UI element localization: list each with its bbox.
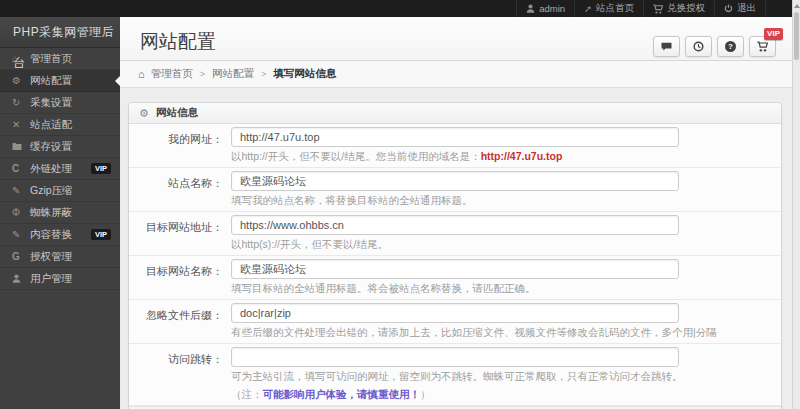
- topbar: admin ➚ 站点首页 兑换授权 退出: [0, 0, 792, 17]
- power-icon: [724, 4, 733, 13]
- vip-badge: VIP: [91, 163, 111, 175]
- page-title: 网站配置: [140, 29, 216, 55]
- sidebar-item-label: 站点适配: [30, 118, 72, 132]
- breadcrumb-separator: >: [200, 69, 205, 79]
- clock-icon: [693, 38, 704, 56]
- target-url-input[interactable]: [231, 215, 679, 235]
- external-link-icon: ➚: [584, 3, 592, 14]
- gear-icon: ⚙: [12, 76, 30, 86]
- sidebar-item-license-manage[interactable]: G 授权管理: [0, 246, 120, 268]
- site-info-panel: ⚙ 网站信息 我的网址： 以http://开头，但不要以/结尾。您当前使用的域名…: [128, 102, 782, 409]
- field-help: 可为主站引流，填写可访问的网址，留空则为不跳转。蜘蛛可正常爬取，只有正常访问才会…: [231, 370, 781, 385]
- sidebar-item-label: 蜘蛛屏蔽: [30, 206, 72, 220]
- page-header: 网站配置 ? VIP: [120, 17, 792, 61]
- panel-header: ⚙ 网站信息: [129, 103, 781, 124]
- content-area: ⚙ 网站信息 我的网址： 以http://开头，但不要以/结尾。您当前使用的域名…: [120, 88, 792, 409]
- gear-icon: ⚙: [139, 108, 149, 119]
- bug-icon: Φ: [12, 208, 30, 218]
- sidebar: PHP采集网管理后台 ⌂ 管理首页 ⚙ 网站配置 ↻ 采集设置 ✕ 站点适配 缓…: [0, 17, 120, 409]
- topbar-user[interactable]: admin: [516, 0, 574, 17]
- clock-button[interactable]: [685, 36, 712, 57]
- current-domain-highlight: http://47.u7u.top: [481, 150, 563, 162]
- topbar-site-home-label: 站点首页: [596, 2, 634, 15]
- home-icon: ⌂: [12, 54, 30, 64]
- vertical-scrollbar[interactable]: [792, 0, 800, 409]
- user-icon: [526, 4, 535, 13]
- sidebar-item-user-manage[interactable]: 用户管理: [0, 268, 120, 290]
- topbar-site-home[interactable]: ➚ 站点首页: [574, 0, 643, 17]
- field-row-visit-redirect: 访问跳转： 可为主站引流，填写可访问的网址，留空则为不跳转。蜘蛛可正常爬取，只有…: [129, 344, 781, 406]
- pencil-icon: ✎: [12, 186, 30, 196]
- warning-note-highlight: 可能影响用户体验，请慎重使用！: [263, 388, 421, 400]
- my-url-input[interactable]: [231, 127, 679, 147]
- site-name-input[interactable]: [231, 171, 679, 191]
- vip-badge: VIP: [91, 229, 111, 241]
- sidebar-item-label: Gzip压缩: [30, 184, 73, 198]
- shuffle-icon: ✕: [12, 120, 30, 130]
- sidebar-item-admin-home[interactable]: ⌂ 管理首页: [0, 48, 120, 70]
- shop-button[interactable]: VIP: [749, 36, 776, 57]
- breadcrumb-admin-home[interactable]: 管理首页: [151, 67, 193, 81]
- field-label: 访问跳转：: [129, 347, 223, 403]
- visit-redirect-input[interactable]: [231, 347, 679, 367]
- panel-title: 网站信息: [156, 106, 198, 120]
- field-row-my-url: 我的网址： 以http://开头，但不要以/结尾。您当前使用的域名是：http:…: [129, 124, 781, 168]
- field-row-ignore-suffix: 忽略文件后缀： 有些后缀的文件处理会出错的，请添加上去，比如压缩文件、视频文件等…: [129, 300, 781, 344]
- scroll-up-icon: [794, 4, 800, 8]
- comment-icon: [661, 38, 672, 56]
- sidebar-item-cache-settings[interactable]: 缓存设置: [0, 136, 120, 158]
- sidebar-item-site-config[interactable]: ⚙ 网站配置: [0, 70, 120, 92]
- target-name-input[interactable]: [231, 259, 679, 279]
- field-help: 填写我的站点名称，将替换目标站的全站通用标题。: [231, 194, 781, 209]
- field-label: 忽略文件后缀：: [129, 303, 223, 341]
- sidebar-item-gzip[interactable]: ✎ Gzip压缩: [0, 180, 120, 202]
- home-icon: ⌂: [138, 68, 145, 80]
- sync-icon: ↻: [12, 98, 30, 108]
- topbar-logout[interactable]: 退出: [714, 0, 766, 17]
- sidebar-item-label: 网站配置: [30, 74, 72, 88]
- pencil-icon: ✎: [12, 230, 30, 240]
- license-icon: G: [12, 252, 30, 262]
- comment-button[interactable]: [653, 36, 680, 57]
- sidebar-item-content-replace[interactable]: ✎ 内容替换 VIP: [0, 224, 120, 246]
- field-help: 填写目标站的全站通用标题。将会被站点名称替换，请匹配正确。: [231, 282, 781, 297]
- sidebar-item-label: 管理首页: [30, 52, 72, 66]
- field-help: 以http://开头，但不要以/结尾。您当前使用的域名是：http://47.u…: [231, 150, 781, 165]
- topbar-user-label: admin: [539, 3, 565, 14]
- field-label: 目标网站地址：: [129, 215, 223, 253]
- sidebar-item-collect-settings[interactable]: ↻ 采集设置: [0, 92, 120, 114]
- sidebar-item-label: 授权管理: [30, 250, 72, 264]
- help-button[interactable]: ?: [717, 36, 744, 57]
- topbar-logout-label: 退出: [737, 2, 756, 15]
- sidebar-item-label: 用户管理: [30, 272, 72, 286]
- field-label: 站点名称：: [129, 171, 223, 209]
- question-icon: ?: [725, 41, 736, 52]
- ignore-suffix-input[interactable]: [231, 303, 679, 323]
- breadcrumb-current: 填写网站信息: [273, 67, 336, 81]
- sidebar-item-label: 缓存设置: [30, 140, 72, 154]
- vip-badge: VIP: [764, 28, 783, 40]
- scrollbar-thumb[interactable]: [794, 12, 799, 60]
- folder-icon: [12, 142, 30, 151]
- header-toolbar: ? VIP: [653, 36, 776, 57]
- field-row-target-url: 目标网站地址： 以http(s)://开头，但不要以/结尾。: [129, 212, 781, 256]
- field-help: 以http(s)://开头，但不要以/结尾。: [231, 238, 781, 253]
- sidebar-item-external-links[interactable]: C 外链处理 VIP: [0, 158, 120, 180]
- cart-icon: [653, 4, 663, 14]
- field-label: 目标网站名称：: [129, 259, 223, 297]
- sidebar-item-spider-block[interactable]: Φ 蜘蛛屏蔽: [0, 202, 120, 224]
- field-row-site-name: 站点名称： 填写我的站点名称，将替换目标站的全站通用标题。: [129, 168, 781, 212]
- breadcrumb-separator: >: [261, 69, 266, 79]
- topbar-exchange-auth[interactable]: 兑换授权: [643, 0, 714, 17]
- field-label: 我的网址：: [129, 127, 223, 165]
- breadcrumb-site-config[interactable]: 网站配置: [212, 67, 254, 81]
- sidebar-item-site-adapt[interactable]: ✕ 站点适配: [0, 114, 120, 136]
- cart-icon: [757, 38, 768, 56]
- refresh-icon: C: [12, 164, 30, 174]
- topbar-exchange-auth-label: 兑换授权: [667, 2, 705, 15]
- field-row-target-name: 目标网站名称： 填写目标站的全站通用标题。将会被站点名称替换，请匹配正确。: [129, 256, 781, 300]
- breadcrumb: ⌂ 管理首页 > 网站配置 > 填写网站信息: [120, 61, 792, 88]
- sidebar-item-label: 外链处理: [30, 162, 72, 176]
- field-help-note: （注：可能影响用户体验，请慎重使用！）: [231, 388, 781, 403]
- user-icon: [12, 274, 30, 283]
